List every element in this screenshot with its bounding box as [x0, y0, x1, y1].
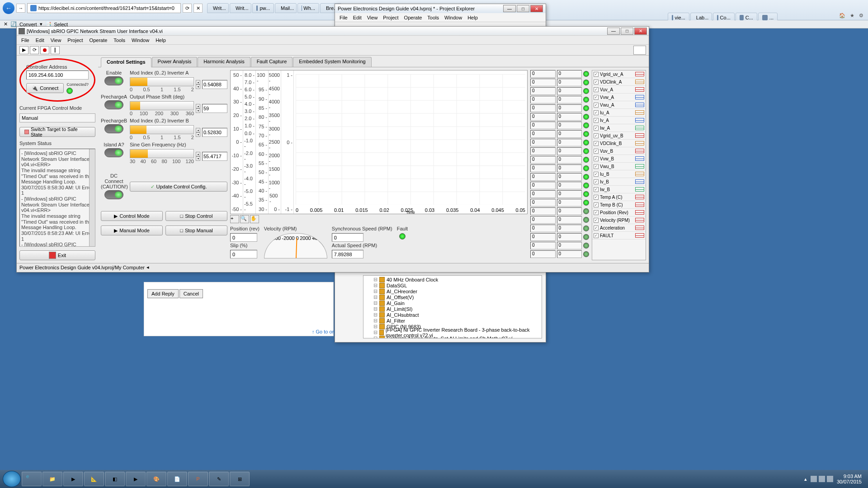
tray-volume-icon[interactable] [827, 476, 833, 482]
legend-checkbox[interactable]: ✓ [594, 164, 599, 169]
legend-checkbox[interactable]: ✓ [594, 149, 599, 154]
tray-flag-icon[interactable] [811, 476, 817, 482]
menu-operate[interactable]: Operate [90, 38, 108, 43]
legend-checkbox[interactable]: ✓ [594, 179, 599, 184]
vi-minimize-button[interactable]: — [607, 28, 620, 35]
legend-row[interactable]: ✓Acceleration [592, 224, 646, 232]
legend-checkbox[interactable]: ✓ [594, 103, 599, 108]
chart-zoom-button[interactable]: 🔍 [240, 215, 249, 223]
vi-titlebar[interactable]: [Windows] sbRIO GPIC Network Stream User… [17, 27, 649, 36]
context-help-icon[interactable] [633, 46, 646, 55]
legend-row[interactable]: ✓FAULT [592, 232, 646, 239]
tab-embedded-system-monitoring[interactable]: Embedded System Monitoring [293, 57, 371, 67]
vi-maximize-button[interactable]: □ [621, 28, 633, 35]
legend-row[interactable]: ✓Vwu_B [592, 163, 646, 170]
tree-item[interactable]: ⊟AI_CHsubtract [364, 312, 541, 318]
taskbar-powerpoint[interactable]: P [188, 472, 208, 486]
stop-control-button[interactable]: □Stop Control [165, 211, 227, 221]
modB-slider[interactable] [130, 125, 194, 134]
tree-item[interactable]: ⊟AI_Filter [364, 318, 541, 324]
proj-menu-operate[interactable]: Operate [404, 15, 422, 20]
exit-button[interactable]: Exit [19, 250, 95, 260]
manual-mode-button[interactable]: ▶Manual Mode [101, 225, 163, 235]
proj-maximize-button[interactable]: □ [517, 5, 529, 12]
address-bar[interactable]: https://decibel.ni.com/content/thread/16… [27, 3, 181, 13]
modA-value[interactable]: 0.54088 [202, 80, 227, 89]
cancel-reply-button[interactable]: Cancel [179, 289, 203, 298]
phase-value[interactable]: 59 [202, 104, 227, 113]
proj-menu-tools[interactable]: Tools [427, 15, 439, 20]
modB-stepper[interactable]: ▴▾ [196, 128, 200, 137]
proj-menu-window[interactable]: Window [444, 15, 462, 20]
legend-row[interactable]: ✓Vgrid_uv_B [592, 132, 646, 140]
legend-checkbox[interactable]: ✓ [594, 187, 599, 192]
position-value[interactable] [230, 233, 257, 242]
menu-project[interactable]: Project [67, 38, 83, 43]
back-button[interactable]: ← [3, 2, 14, 14]
taskbar-explorer[interactable]: 📁 [42, 472, 62, 486]
legend-row[interactable]: ✓Iu_A [592, 109, 646, 117]
tree-item[interactable]: ⊟40 MHz Onboard Clock [364, 277, 541, 282]
pause-button[interactable]: ∥ [51, 46, 60, 54]
legend-checkbox[interactable]: ✓ [594, 110, 599, 115]
legend-checkbox[interactable]: ✓ [594, 133, 599, 138]
legend-row[interactable]: ✓VDClink_B [592, 140, 646, 147]
legend-checkbox[interactable]: ✓ [594, 225, 599, 230]
start-button[interactable] [3, 471, 21, 487]
proj-menu-project[interactable]: Project [383, 15, 398, 20]
legend-row[interactable]: ✓Iw_A [592, 124, 646, 132]
legend-row[interactable]: ✓Vuv_B [592, 147, 646, 155]
vi-menubar[interactable]: FileEditViewProjectOperateToolsWindowHel… [17, 36, 649, 45]
tab-strip[interactable]: Control SettingsPower AnalysisHarmonic A… [98, 56, 649, 67]
modA-stepper[interactable]: ▴▾ [196, 80, 200, 89]
proj-menu-view[interactable]: View [367, 15, 378, 20]
run-button[interactable]: ▶ [19, 46, 28, 54]
actual-speed-value[interactable] [332, 250, 363, 258]
taskbar[interactable]: e 📁 ▶ 📐 ◧ ▶ 🎨 📄 P ✎ ⊞ ▴ 9:03 AM 30/07/20… [0, 470, 868, 488]
chart-cursor-button[interactable]: + [230, 215, 239, 223]
menu-help[interactable]: Help [156, 38, 166, 43]
enable-toggle[interactable] [104, 76, 123, 85]
controller-address-input[interactable] [26, 70, 89, 80]
proj-menu-file[interactable]: File [340, 15, 348, 20]
add-reply-button[interactable]: Add Reply [147, 289, 179, 298]
project-explorer-titlebar[interactable]: Power Electronics Design Guide v04.lvpro… [335, 4, 546, 13]
legend-checkbox[interactable]: ✓ [594, 118, 599, 123]
browser-tab[interactable]: Wh... [297, 3, 319, 13]
menu-tools[interactable]: Tools [113, 38, 125, 43]
system-status-log[interactable]: - [Windows] sbRIO GPIC Network Stream Us… [19, 149, 95, 247]
vi-toolbar[interactable]: ▶ ⟳ ∥ [17, 45, 649, 56]
legend-column[interactable]: ✓Vgrid_uv_A✓VDClink_A✓Vuv_A✓Vvw_A✓Vwu_A✓… [592, 70, 646, 260]
connect-button[interactable]: 🔌 Connect [26, 83, 64, 93]
legend-checkbox[interactable]: ✓ [594, 126, 599, 131]
legend-row[interactable]: ✓VDClink_A [592, 78, 646, 86]
taskbar-app1[interactable]: ✎ [209, 472, 229, 486]
taskbar-labview1[interactable]: 📐 [84, 472, 104, 486]
islandA-toggle[interactable] [104, 148, 123, 157]
proj-menu-edit[interactable]: Edit [353, 15, 362, 20]
tray-expand-icon[interactable]: ▴ [804, 476, 807, 482]
run-continuous-button[interactable]: ⟳ [30, 46, 39, 54]
chart-pan-button[interactable]: ✋ [250, 215, 259, 223]
convert-icon[interactable]: 🔄 [10, 21, 17, 27]
proj-minimize-button[interactable]: — [503, 5, 516, 12]
freq-slider[interactable] [130, 149, 194, 158]
legend-row[interactable]: ✓Temp A (C) [592, 193, 646, 201]
taskbar-ie[interactable]: e [22, 472, 42, 486]
sync-speed-value[interactable] [332, 233, 363, 242]
legend-checkbox[interactable]: ✓ [594, 233, 599, 238]
favorites-icon[interactable]: ★ [850, 13, 854, 19]
close-bar-icon[interactable]: ✕ [4, 21, 8, 27]
stop-button[interactable]: ✕ [193, 4, 203, 13]
tree-item[interactable]: ⊟AI_Offset(V) [364, 294, 541, 300]
modA-slider[interactable] [130, 77, 194, 86]
prechargeB-toggle[interactable] [104, 124, 123, 133]
phase-slider[interactable] [130, 101, 194, 110]
browser-tab[interactable]: Writ... [230, 3, 251, 13]
tree-item[interactable]: ⊟AI_CHreorder [364, 288, 541, 294]
update-config-button[interactable]: ✓ Update Control Config. [130, 182, 227, 192]
taskbar-labview2[interactable]: ◧ [105, 472, 125, 486]
stop-manual-button[interactable]: □Stop Manual [165, 225, 227, 235]
tools-icon[interactable]: ⚙ [859, 13, 863, 19]
legend-checkbox[interactable]: ✓ [594, 210, 599, 215]
